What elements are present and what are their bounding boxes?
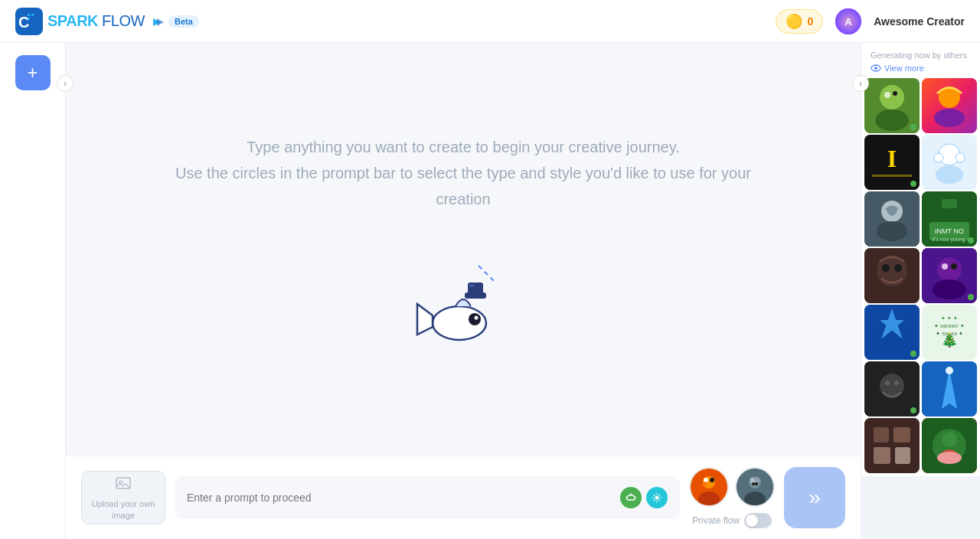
svg-point-77 — [894, 381, 899, 385]
online-dot-8 — [968, 294, 974, 300]
svg-point-65 — [933, 279, 966, 299]
svg-line-9 — [479, 266, 494, 281]
gallery-img-12 — [922, 361, 977, 416]
gallery-item[interactable] — [864, 191, 920, 247]
gallery-item[interactable] — [922, 248, 977, 303]
logo-spark: SPARK — [47, 12, 98, 29]
right-sidebar: Generating now by others View more — [861, 43, 980, 476]
left-toggle-arrow[interactable]: › — [57, 75, 74, 92]
svg-marker-11 — [417, 304, 433, 335]
left-sidebar: + › — [0, 43, 66, 539]
gallery-item[interactable] — [922, 78, 977, 133]
gallery-item[interactable] — [864, 78, 920, 133]
svg-text:INMT NO: INMT NO — [935, 227, 964, 235]
style-avatars — [689, 467, 775, 507]
online-dot-3 — [910, 181, 916, 187]
svg-point-89 — [937, 452, 962, 464]
svg-point-38 — [884, 92, 890, 98]
prompt-icon-recycle[interactable] — [620, 487, 642, 508]
svg-text:it's nou young.: it's nou young. — [932, 237, 966, 243]
subline-text: Use the circles in the prompt bar to sel… — [175, 165, 751, 207]
prompt-input[interactable] — [187, 492, 620, 504]
online-dot-9 — [910, 351, 916, 357]
gallery-img-13 — [864, 418, 920, 473]
gallery-grid: I — [861, 78, 980, 476]
gallery-item[interactable] — [922, 361, 977, 416]
gallery-item[interactable] — [864, 418, 920, 473]
upload-area[interactable]: Upload your ownimage — [81, 471, 165, 524]
gallery-item[interactable] — [922, 418, 977, 473]
svg-text:I: I — [887, 145, 897, 172]
svg-rect-85 — [895, 447, 910, 464]
svg-point-13 — [475, 315, 479, 319]
gallery-item[interactable] — [864, 305, 920, 360]
svg-point-75 — [880, 374, 904, 398]
gallery-item[interactable] — [864, 248, 920, 303]
add-button[interactable]: + — [15, 55, 51, 90]
svg-point-61 — [882, 264, 890, 272]
gallery-img-14 — [922, 418, 977, 473]
header: C SPARK FLOW Beta 🟡 0 — [0, 0, 980, 43]
svg-point-36 — [880, 85, 904, 109]
upload-label: Upload your ownimage — [92, 498, 155, 521]
gallery-item[interactable] — [922, 135, 977, 190]
svg-rect-16 — [469, 285, 474, 286]
svg-point-67 — [951, 263, 957, 270]
svg-rect-15 — [468, 283, 483, 294]
svg-text:A: A — [845, 16, 853, 28]
svg-rect-81 — [864, 418, 920, 473]
header-left: C SPARK FLOW Beta — [15, 8, 199, 35]
view-more-link[interactable]: View more — [871, 63, 971, 74]
gallery-item[interactable]: ✦ ✦ ✦ ✦ MERRY ✦ ✦ XMAS ✦ 🎄 — [922, 305, 977, 360]
user-avatar: A — [835, 8, 861, 34]
svg-point-32 — [755, 482, 758, 485]
mascot-svg — [402, 243, 524, 365]
logo-flow-text: FLOW — [102, 12, 145, 29]
gallery-item[interactable]: INMT NO it's nou young. — [922, 191, 977, 247]
center-area: Type anything you want to create to begi… — [66, 43, 861, 539]
main-headline: Type anything you want to create to begi… — [157, 134, 769, 212]
gallery-img-2 — [922, 78, 977, 133]
beta-badge: Beta — [168, 15, 199, 28]
send-button[interactable]: » — [784, 467, 845, 528]
svg-marker-6 — [157, 18, 164, 26]
prompt-bar: Upload your ownimage — [66, 456, 861, 539]
gallery-img-7 — [864, 248, 920, 303]
svg-rect-2 — [28, 14, 30, 16]
svg-point-42 — [934, 109, 965, 127]
gallery-img-10: ✦ ✦ ✦ ✦ MERRY ✦ ✦ XMAS ✦ 🎄 — [922, 305, 977, 360]
svg-rect-4 — [28, 18, 30, 20]
svg-point-53 — [877, 221, 907, 241]
headline-text: Type anything you want to create to begi… — [247, 139, 680, 155]
style-avatar-1[interactable] — [689, 467, 729, 507]
gallery-item[interactable]: I — [864, 135, 920, 190]
mascot-area — [402, 243, 524, 365]
logo-text: SPARK FLOW — [47, 12, 164, 30]
prompt-icon-settings[interactable] — [646, 487, 668, 508]
main-layout: + › Type anything you want to create to … — [0, 43, 980, 539]
svg-point-34 — [874, 67, 877, 70]
svg-text:🎄: 🎄 — [941, 332, 959, 348]
right-sidebar-header: Generating now by others View more — [861, 43, 980, 78]
svg-point-37 — [875, 109, 909, 131]
svg-point-62 — [894, 264, 902, 272]
generating-text: Generating now by others — [871, 51, 971, 60]
svg-point-66 — [942, 263, 948, 270]
gallery-item[interactable] — [864, 361, 920, 416]
logo-icon: C — [15, 8, 43, 35]
svg-point-76 — [885, 381, 890, 385]
private-flow: Private flow — [692, 513, 772, 528]
private-flow-toggle[interactable] — [744, 513, 772, 528]
gallery-img-5 — [864, 191, 920, 247]
gallery-img-4 — [922, 135, 977, 190]
svg-rect-45 — [872, 175, 912, 177]
logo-area: C SPARK FLOW Beta — [15, 8, 199, 35]
svg-point-39 — [893, 91, 897, 96]
coins-display: 🟡 0 — [776, 9, 823, 34]
right-toggle-arrow[interactable]: › — [852, 75, 869, 92]
svg-point-27 — [749, 476, 761, 488]
svg-point-31 — [752, 482, 755, 485]
svg-point-80 — [946, 367, 953, 374]
right-panel: › Generating now by others View more — [861, 43, 980, 539]
style-avatar-2[interactable] — [735, 467, 775, 507]
